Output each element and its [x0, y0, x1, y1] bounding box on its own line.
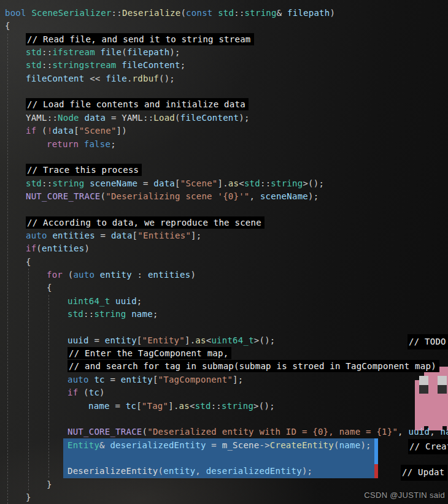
code-line: if (tc) — [0, 386, 448, 399]
code-text: { — [5, 20, 10, 32]
code-line: DeserializeEntity(entity, deserializedEn… — [0, 465, 448, 478]
blue-caret-bar — [374, 438, 378, 452]
code-line: for (auto entity : entities) — [0, 269, 448, 281]
code-text: // and search for tag in submap(submap i… — [68, 360, 439, 373]
code-line: auto entities = data["Entities"]; — [0, 229, 448, 242]
code-line — [0, 413, 448, 426]
code-text: std::string sceneName = data["Scene"].as… — [26, 177, 324, 190]
code-text: } — [47, 478, 52, 491]
code-layer: bool SceneSerializer::Deserialize(const … — [0, 0, 448, 504]
code-line: std::ifstream file(filepath); — [0, 46, 448, 59]
code-text: std::string name; — [68, 308, 158, 321]
code-line: // Load file contents and initialize dat… — [0, 98, 448, 111]
watermark: CSDN @JUSTIN said — [364, 491, 445, 500]
code-line — [0, 321, 448, 334]
code-line: std::stringstream fileContent; — [0, 59, 448, 72]
code-line: if (!data["Scene"]) — [0, 124, 448, 137]
code-line: Entity& deserializedEntity = m_Scene->Cr… — [0, 439, 448, 452]
code-line — [0, 452, 448, 465]
trailing-comment: // Creat — [408, 439, 448, 454]
code-text: // Enter the TagComponent map, — [68, 347, 231, 360]
code-line — [0, 85, 448, 98]
code-text: { — [26, 256, 31, 269]
code-text: if (tc) — [68, 386, 105, 399]
code-line: fileContent << file.rdbuf(); — [0, 72, 448, 85]
code-text: // Load file contents and initialize dat… — [26, 98, 249, 111]
code-text: } — [26, 491, 31, 504]
code-line: { — [0, 281, 448, 294]
code-text: DeserializeEntity(entity, deserializedEn… — [68, 465, 312, 478]
red-edge-marker — [374, 464, 378, 478]
code-line: std::string name; — [0, 308, 448, 321]
code-text: for (auto entity : entities) — [47, 269, 196, 281]
code-text: uint64_t uuid; — [68, 295, 142, 308]
code-line: // Read file, and send it to string stre… — [0, 33, 448, 46]
code-text: uuid = entity["Entity"].as<uint64_t>(); — [68, 334, 276, 347]
code-text: auto entities = data["Entities"]; — [26, 229, 201, 242]
selection-highlight — [63, 451, 374, 465]
code-text: // Trace this process — [26, 164, 142, 177]
code-line: uuid = entity["Entity"].as<uint64_t>();/… — [0, 334, 448, 347]
code-text: // According to data, we reproduce the s… — [26, 216, 265, 229]
blue-caret-bar — [374, 451, 378, 465]
code-line: uint64_t uuid; — [0, 295, 448, 308]
code-line: std::string sceneName = data["Scene"].as… — [0, 177, 448, 190]
code-line — [0, 151, 448, 164]
trailing-comment: // Updat — [401, 465, 447, 480]
code-text: name = tc["Tag"].as<std::string>(); — [88, 400, 275, 413]
code-text: // Read file, and send it to string stre… — [26, 33, 254, 46]
code-editor-viewport[interactable]: bool SceneSerializer::Deserialize(const … — [0, 0, 448, 504]
code-line: YAML::Node data = YAML::Load(fileContent… — [0, 112, 448, 124]
code-text: if(entities) — [26, 242, 90, 255]
code-line: bool SceneSerializer::Deserialize(const … — [0, 7, 448, 20]
code-text: { — [47, 281, 52, 294]
code-line: // Enter the TagComponent map, — [0, 347, 448, 360]
code-line: auto tc = entity["TagComponent"]; — [0, 373, 448, 386]
code-text: auto tc = entity["TagComponent"]; — [68, 373, 243, 386]
code-line: return false; — [0, 138, 448, 151]
code-line: { — [0, 20, 448, 32]
code-text: YAML::Node data = YAML::Load(fileContent… — [26, 112, 250, 124]
code-text: bool SceneSerializer::Deserialize(const … — [5, 7, 335, 20]
trailing-comment: // TODO — [407, 334, 448, 349]
code-line: // Trace this process — [0, 164, 448, 177]
code-line: NUT_CORE_TRACE("Deserialized entity with… — [0, 426, 448, 438]
code-text: NUT_CORE_TRACE("Deserialized entity with… — [68, 426, 448, 438]
code-text: if (!data["Scene"]) — [26, 124, 127, 137]
code-text: Entity& deserializedEntity = m_Scene->Cr… — [68, 439, 371, 452]
code-text: std::ifstream file(filepath); — [26, 46, 180, 59]
code-text: fileContent << file.rdbuf(); — [26, 72, 175, 85]
code-line: name = tc["Tag"].as<std::string>(); — [0, 400, 448, 413]
code-text: NUT_CORE_TRACE("Deserializing scene '{0}… — [26, 190, 319, 203]
code-line — [0, 203, 448, 216]
code-line: if(entities) — [0, 242, 448, 255]
code-line: // According to data, we reproduce the s… — [0, 216, 448, 229]
code-line: } — [0, 478, 448, 491]
code-text: std::stringstream fileContent; — [26, 59, 185, 72]
code-line: { — [0, 256, 448, 269]
code-line: // and search for tag in submap(submap i… — [0, 360, 448, 373]
code-line: NUT_CORE_TRACE("Deserializing scene '{0}… — [0, 190, 448, 203]
code-text: return false; — [47, 138, 116, 151]
